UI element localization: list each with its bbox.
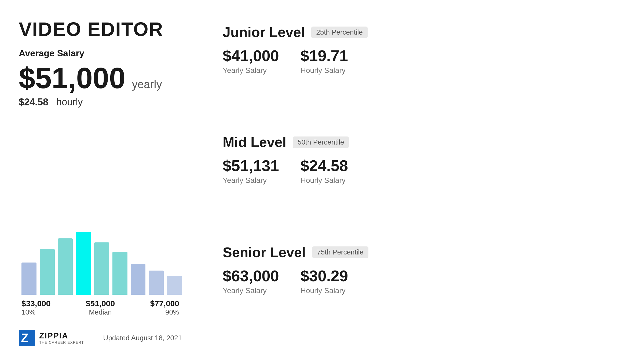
level-name-0: Junior Level [223,24,305,40]
right-panel: Junior Level 25th Percentile $41,000 Yea… [201,0,644,362]
level-section-1: Mid Level 50th Percentile $51,131 Yearly… [223,126,623,236]
level-section-2: Senior Level 75th Percentile $63,000 Yea… [223,236,623,346]
level-hourly-val-2: $30.29 [301,267,348,285]
level-yearly-val-2: $63,000 [223,267,279,285]
chart-high-val: $77,000 [150,299,179,308]
level-data-1: $51,131 Yearly Salary $24.58 Hourly Sala… [223,157,623,185]
level-data-0: $41,000 Yearly Salary $19.71 Hourly Sala… [223,47,623,75]
bar-6 [112,252,127,295]
chart-low-val: $33,000 [21,299,50,308]
left-footer: Z ZIPPIA THE CAREER EXPERT Updated Augus… [19,330,182,346]
zippia-icon: Z [19,330,35,346]
chart-labels: $33,000 10% $51,000 Median $77,000 90% [19,299,182,316]
level-hourly-2: $30.29 Hourly Salary [301,267,348,295]
level-yearly-1: $51,131 Yearly Salary [223,157,279,185]
zippia-logo: Z ZIPPIA THE CAREER EXPERT [19,330,84,346]
level-hourly-label-2: Hourly Salary [301,286,348,295]
chart-mid-val: $51,000 [86,299,115,308]
left-panel: VIDEO EDITOR Average Salary $51,000 year… [0,0,201,362]
bar-7 [131,264,146,295]
svg-text:Z: Z [21,331,28,345]
salary-hourly-row: $24.58 hourly [19,97,182,108]
level-data-2: $63,000 Yearly Salary $30.29 Hourly Sala… [223,267,623,295]
level-yearly-label-1: Yearly Salary [223,176,279,185]
level-yearly-0: $41,000 Yearly Salary [223,47,279,75]
chart-low-pct: 10% [21,308,35,316]
level-yearly-label-2: Yearly Salary [223,286,279,295]
salary-yearly-value: $51,000 [19,63,126,93]
zippia-text: ZIPPIA THE CAREER EXPERT [39,331,84,345]
level-yearly-val-1: $51,131 [223,157,279,175]
chart-label-mid: $51,000 Median [86,299,115,316]
page-title: VIDEO EDITOR [19,19,182,40]
zippia-sub: THE CAREER EXPERT [39,340,84,345]
salary-hourly-value: $24.58 [19,97,48,108]
salary-main: $51,000 yearly [19,63,182,93]
main-container: VIDEO EDITOR Average Salary $51,000 year… [0,0,644,362]
percentile-badge-0: 25th Percentile [311,27,367,38]
bar-1 [21,263,36,295]
level-hourly-label-1: Hourly Salary [301,176,348,185]
level-hourly-0: $19.71 Hourly Salary [301,47,348,75]
level-hourly-1: $24.58 Hourly Salary [301,157,348,185]
percentile-badge-2: 75th Percentile [312,246,368,258]
chart-mid-label: Median [89,308,112,316]
bar-9 [167,276,182,295]
level-yearly-val-0: $41,000 [223,47,279,65]
bars-container [19,220,182,295]
level-yearly-label-0: Yearly Salary [223,66,279,75]
level-name-2: Senior Level [223,244,306,260]
level-header-2: Senior Level 75th Percentile [223,244,623,260]
bar-3 [58,238,73,295]
updated-text: Updated August 18, 2021 [103,334,182,342]
salary-hourly-label: hourly [56,97,83,108]
level-hourly-label-0: Hourly Salary [301,66,348,75]
bar-2 [40,249,55,295]
bar-8 [149,271,164,295]
chart-area: $33,000 10% $51,000 Median $77,000 90% [19,119,182,316]
level-section-0: Junior Level 25th Percentile $41,000 Yea… [223,16,623,126]
avg-salary-label: Average Salary [19,48,182,58]
level-hourly-val-1: $24.58 [301,157,348,175]
level-header-0: Junior Level 25th Percentile [223,24,623,40]
salary-yearly-period: yearly [132,78,162,91]
chart-label-high: $77,000 90% [150,299,179,316]
bar-5 [94,242,109,295]
percentile-badge-1: 50th Percentile [293,136,349,148]
level-hourly-val-0: $19.71 [301,47,348,65]
chart-high-pct: 90% [165,308,179,316]
level-header-1: Mid Level 50th Percentile [223,134,623,150]
level-name-1: Mid Level [223,134,286,150]
bar-4-median [76,232,91,295]
zippia-name: ZIPPIA [39,331,84,340]
chart-label-low: $33,000 10% [21,299,50,316]
level-yearly-2: $63,000 Yearly Salary [223,267,279,295]
